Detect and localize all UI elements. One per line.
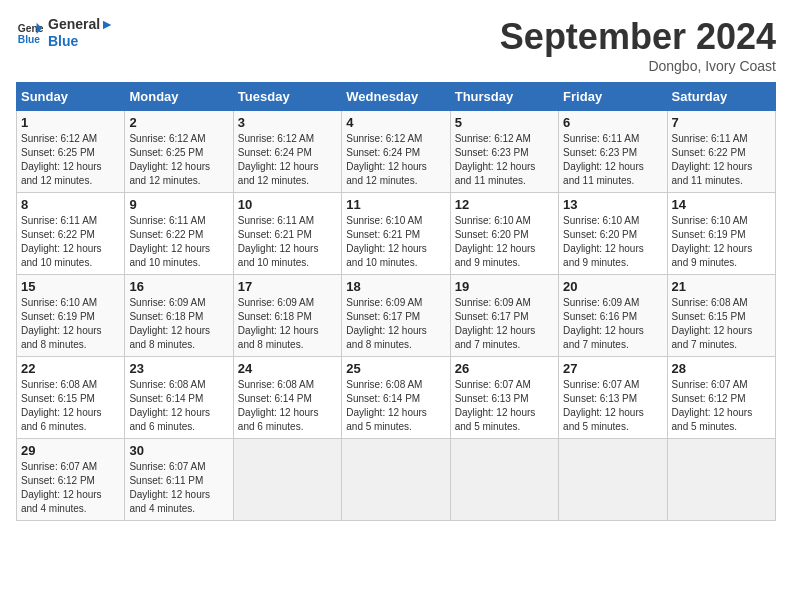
calendar-cell: 18Sunrise: 6:09 AMSunset: 6:17 PMDayligh… (342, 275, 450, 357)
day-detail: Sunrise: 6:08 AMSunset: 6:15 PMDaylight:… (21, 378, 120, 434)
title-area: September 2024 Dongbo, Ivory Coast (500, 16, 776, 74)
header-sunday: Sunday (17, 83, 125, 111)
calendar-cell: 22Sunrise: 6:08 AMSunset: 6:15 PMDayligh… (17, 357, 125, 439)
day-number: 21 (672, 279, 771, 294)
day-detail: Sunrise: 6:07 AMSunset: 6:12 PMDaylight:… (21, 460, 120, 516)
day-detail: Sunrise: 6:12 AMSunset: 6:25 PMDaylight:… (21, 132, 120, 188)
day-detail: Sunrise: 6:11 AMSunset: 6:21 PMDaylight:… (238, 214, 337, 270)
day-detail: Sunrise: 6:09 AMSunset: 6:17 PMDaylight:… (346, 296, 445, 352)
day-number: 29 (21, 443, 120, 458)
logo-text: General► Blue (48, 16, 114, 50)
calendar-cell: 16Sunrise: 6:09 AMSunset: 6:18 PMDayligh… (125, 275, 233, 357)
day-detail: Sunrise: 6:07 AMSunset: 6:11 PMDaylight:… (129, 460, 228, 516)
calendar-cell (559, 439, 667, 521)
day-number: 17 (238, 279, 337, 294)
day-detail: Sunrise: 6:11 AMSunset: 6:22 PMDaylight:… (21, 214, 120, 270)
calendar-cell: 7Sunrise: 6:11 AMSunset: 6:22 PMDaylight… (667, 111, 775, 193)
day-detail: Sunrise: 6:08 AMSunset: 6:14 PMDaylight:… (238, 378, 337, 434)
calendar-cell: 17Sunrise: 6:09 AMSunset: 6:18 PMDayligh… (233, 275, 341, 357)
day-number: 18 (346, 279, 445, 294)
day-detail: Sunrise: 6:08 AMSunset: 6:15 PMDaylight:… (672, 296, 771, 352)
calendar-cell: 21Sunrise: 6:08 AMSunset: 6:15 PMDayligh… (667, 275, 775, 357)
day-number: 26 (455, 361, 554, 376)
calendar-cell: 23Sunrise: 6:08 AMSunset: 6:14 PMDayligh… (125, 357, 233, 439)
calendar-cell (450, 439, 558, 521)
calendar-cell: 25Sunrise: 6:08 AMSunset: 6:14 PMDayligh… (342, 357, 450, 439)
calendar-cell: 15Sunrise: 6:10 AMSunset: 6:19 PMDayligh… (17, 275, 125, 357)
calendar-week-2: 8Sunrise: 6:11 AMSunset: 6:22 PMDaylight… (17, 193, 776, 275)
day-number: 15 (21, 279, 120, 294)
calendar-cell: 1Sunrise: 6:12 AMSunset: 6:25 PMDaylight… (17, 111, 125, 193)
day-detail: Sunrise: 6:10 AMSunset: 6:19 PMDaylight:… (672, 214, 771, 270)
day-number: 23 (129, 361, 228, 376)
calendar-week-1: 1Sunrise: 6:12 AMSunset: 6:25 PMDaylight… (17, 111, 776, 193)
day-detail: Sunrise: 6:09 AMSunset: 6:16 PMDaylight:… (563, 296, 662, 352)
calendar-cell: 9Sunrise: 6:11 AMSunset: 6:22 PMDaylight… (125, 193, 233, 275)
day-number: 24 (238, 361, 337, 376)
calendar-cell (667, 439, 775, 521)
day-detail: Sunrise: 6:12 AMSunset: 6:24 PMDaylight:… (238, 132, 337, 188)
calendar-cell: 3Sunrise: 6:12 AMSunset: 6:24 PMDaylight… (233, 111, 341, 193)
svg-text:Blue: Blue (18, 34, 41, 45)
header-tuesday: Tuesday (233, 83, 341, 111)
day-detail: Sunrise: 6:08 AMSunset: 6:14 PMDaylight:… (129, 378, 228, 434)
calendar-cell: 30Sunrise: 6:07 AMSunset: 6:11 PMDayligh… (125, 439, 233, 521)
day-number: 30 (129, 443, 228, 458)
day-number: 7 (672, 115, 771, 130)
header-friday: Friday (559, 83, 667, 111)
calendar-cell: 24Sunrise: 6:08 AMSunset: 6:14 PMDayligh… (233, 357, 341, 439)
calendar-week-4: 22Sunrise: 6:08 AMSunset: 6:15 PMDayligh… (17, 357, 776, 439)
calendar-cell: 5Sunrise: 6:12 AMSunset: 6:23 PMDaylight… (450, 111, 558, 193)
day-detail: Sunrise: 6:07 AMSunset: 6:13 PMDaylight:… (563, 378, 662, 434)
calendar-cell (233, 439, 341, 521)
calendar-cell: 13Sunrise: 6:10 AMSunset: 6:20 PMDayligh… (559, 193, 667, 275)
calendar-cell: 26Sunrise: 6:07 AMSunset: 6:13 PMDayligh… (450, 357, 558, 439)
day-detail: Sunrise: 6:10 AMSunset: 6:20 PMDaylight:… (455, 214, 554, 270)
day-number: 4 (346, 115, 445, 130)
day-detail: Sunrise: 6:11 AMSunset: 6:22 PMDaylight:… (129, 214, 228, 270)
calendar-cell: 8Sunrise: 6:11 AMSunset: 6:22 PMDaylight… (17, 193, 125, 275)
location: Dongbo, Ivory Coast (500, 58, 776, 74)
calendar-cell: 11Sunrise: 6:10 AMSunset: 6:21 PMDayligh… (342, 193, 450, 275)
day-number: 14 (672, 197, 771, 212)
header-thursday: Thursday (450, 83, 558, 111)
day-number: 9 (129, 197, 228, 212)
day-number: 22 (21, 361, 120, 376)
day-number: 27 (563, 361, 662, 376)
day-detail: Sunrise: 6:11 AMSunset: 6:23 PMDaylight:… (563, 132, 662, 188)
day-number: 20 (563, 279, 662, 294)
month-title: September 2024 (500, 16, 776, 58)
calendar-cell: 10Sunrise: 6:11 AMSunset: 6:21 PMDayligh… (233, 193, 341, 275)
calendar-cell: 27Sunrise: 6:07 AMSunset: 6:13 PMDayligh… (559, 357, 667, 439)
calendar-table: Sunday Monday Tuesday Wednesday Thursday… (16, 82, 776, 521)
calendar-header-row: Sunday Monday Tuesday Wednesday Thursday… (17, 83, 776, 111)
day-detail: Sunrise: 6:09 AMSunset: 6:18 PMDaylight:… (238, 296, 337, 352)
day-detail: Sunrise: 6:11 AMSunset: 6:22 PMDaylight:… (672, 132, 771, 188)
calendar-week-5: 29Sunrise: 6:07 AMSunset: 6:12 PMDayligh… (17, 439, 776, 521)
day-number: 16 (129, 279, 228, 294)
day-detail: Sunrise: 6:07 AMSunset: 6:13 PMDaylight:… (455, 378, 554, 434)
calendar-cell: 4Sunrise: 6:12 AMSunset: 6:24 PMDaylight… (342, 111, 450, 193)
calendar-cell: 12Sunrise: 6:10 AMSunset: 6:20 PMDayligh… (450, 193, 558, 275)
day-detail: Sunrise: 6:07 AMSunset: 6:12 PMDaylight:… (672, 378, 771, 434)
header-wednesday: Wednesday (342, 83, 450, 111)
calendar-cell: 19Sunrise: 6:09 AMSunset: 6:17 PMDayligh… (450, 275, 558, 357)
day-detail: Sunrise: 6:10 AMSunset: 6:20 PMDaylight:… (563, 214, 662, 270)
logo: General Blue General► Blue (16, 16, 114, 50)
day-detail: Sunrise: 6:10 AMSunset: 6:19 PMDaylight:… (21, 296, 120, 352)
day-number: 28 (672, 361, 771, 376)
day-detail: Sunrise: 6:12 AMSunset: 6:23 PMDaylight:… (455, 132, 554, 188)
calendar-cell: 20Sunrise: 6:09 AMSunset: 6:16 PMDayligh… (559, 275, 667, 357)
calendar-cell: 2Sunrise: 6:12 AMSunset: 6:25 PMDaylight… (125, 111, 233, 193)
day-number: 13 (563, 197, 662, 212)
day-number: 11 (346, 197, 445, 212)
header-monday: Monday (125, 83, 233, 111)
calendar-cell: 28Sunrise: 6:07 AMSunset: 6:12 PMDayligh… (667, 357, 775, 439)
day-number: 1 (21, 115, 120, 130)
day-detail: Sunrise: 6:09 AMSunset: 6:18 PMDaylight:… (129, 296, 228, 352)
day-detail: Sunrise: 6:12 AMSunset: 6:25 PMDaylight:… (129, 132, 228, 188)
calendar-week-3: 15Sunrise: 6:10 AMSunset: 6:19 PMDayligh… (17, 275, 776, 357)
day-number: 3 (238, 115, 337, 130)
day-number: 2 (129, 115, 228, 130)
day-detail: Sunrise: 6:09 AMSunset: 6:17 PMDaylight:… (455, 296, 554, 352)
